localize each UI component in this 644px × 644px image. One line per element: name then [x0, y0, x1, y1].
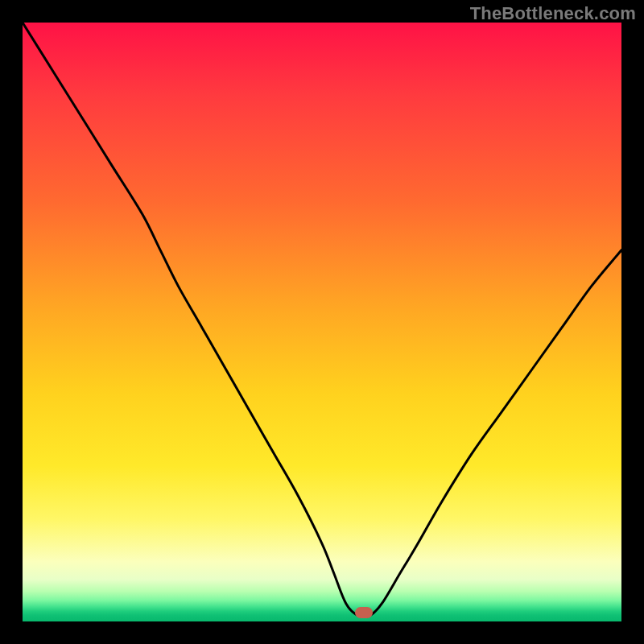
bottleneck-curve	[23, 23, 621, 621]
curve-path	[23, 23, 621, 617]
watermark-text: TheBottleneck.com	[470, 3, 636, 24]
bottleneck-marker	[355, 607, 373, 618]
plot-area	[23, 23, 621, 621]
chart-stage: TheBottleneck.com	[0, 0, 644, 644]
